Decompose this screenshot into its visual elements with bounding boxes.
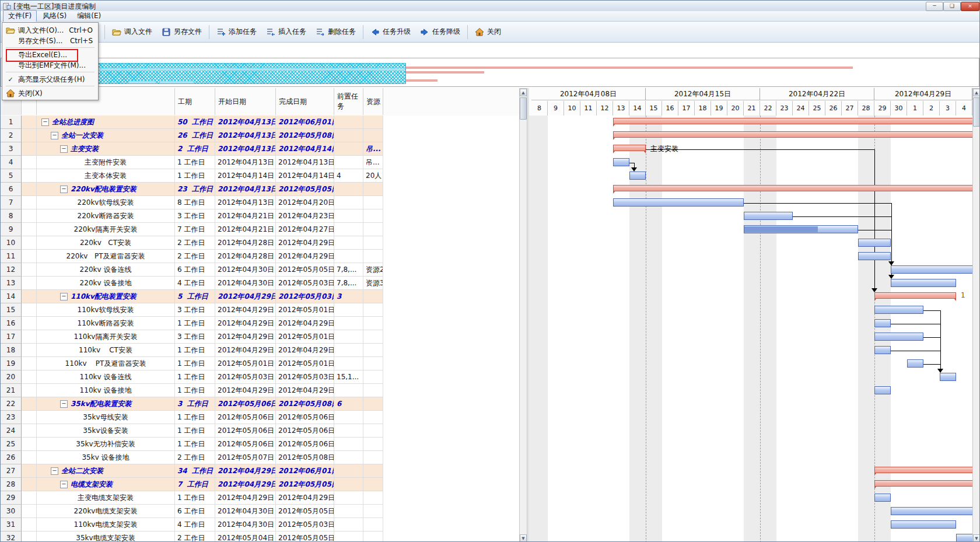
gantt-bar-task[interactable] [891,265,972,274]
table-row[interactable]: 10220kv CT安装2 工作日2012年04月28日2012年04月29日 [1,236,519,250]
gantt-scrollbar[interactable]: ▲▼ [972,88,980,542]
cell-finish: 2012年04月29日 [276,250,334,263]
table-row[interactable]: 2435kv设备安装1 工作日2012年05月06日2012年05月06日 [1,424,519,438]
gantt-bar-task[interactable] [744,212,793,220]
close-button[interactable]: 关闭 [470,25,506,39]
day-header-cell: 3 [940,101,956,116]
collapse-icon[interactable]: − [60,145,68,153]
gantt-bar-summary[interactable] [613,118,972,124]
gantt-bar-task[interactable] [613,198,744,207]
table-row[interactable]: 2335kv母线安装1 工作日2012年05月06日2012年05月06日 [1,411,519,424]
minimize-button[interactable]: ─ [926,2,943,11]
gantt-bar-summary[interactable] [874,292,956,299]
scroll-down-icon[interactable]: ▼ [973,534,980,542]
gantt-bar-task[interactable] [874,346,891,354]
add-task-button[interactable]: 添加任务 [212,25,261,39]
table-row[interactable]: 3−主变安装2 工作日2012年04月13日2012年04月14日吊... [1,142,519,156]
gantt-bar-task[interactable] [629,172,646,180]
table-row[interactable]: 14−110kv配电装置安装5 工作日2012年04月29日2012年05月03… [1,290,519,303]
table-row[interactable]: 13220kv 设备接地4 工作日2012年04月30日2012年05月03日7… [1,277,519,290]
table-row[interactable]: 2635kv 设备接地2 工作日2012年05月07日2012年05月08日 [1,451,519,464]
scroll-up-icon[interactable]: ▲ [520,89,527,96]
gantt-bar-task[interactable] [744,225,858,233]
table-row[interactable]: 22−35kv配电装置安装3 工作日2012年05月06日2012年05月08日… [1,397,519,411]
table-row[interactable]: 18110kv CT安装1 工作日2012年04月29日2012年04月29日 [1,344,519,357]
collapse-icon[interactable]: − [60,293,68,300]
menu-item-load-file[interactable]: 调入文件(O)...Ctrl+O [3,25,97,36]
gantt-bar-task[interactable] [907,359,923,368]
cell-dur: 50 工作日 [175,116,215,129]
table-row[interactable]: 16110kv断路器安装1 工作日2012年04月29日2012年04月29日 [1,317,519,330]
gantt-bar-task[interactable] [874,386,891,394]
table-row[interactable]: 27−全站二次安装34 工作日2012年04月29日2012年06月01日 [1,464,519,478]
table-row[interactable]: 21110kv 设备接地1 工作日2012年04月29日2012年04月29日 [1,384,519,397]
table-row[interactable]: 29主变电缆支架安装1 工作日2012年04月29日2012年04月29日 [1,491,519,505]
menubar-item-file[interactable]: 文件(F) [3,10,37,22]
collapse-icon[interactable]: − [60,481,68,488]
menu-item-save-as[interactable]: 另存文件(S)...Ctrl+S [3,36,97,46]
gantt-bar-summary[interactable] [874,467,972,473]
table-scrollbar[interactable]: ▲▼ [519,88,527,542]
table-row[interactable]: 12220kv 设备连线6 工作日2012年04月30日2012年05月05日7… [1,263,519,277]
collapse-icon[interactable]: − [41,118,49,126]
gantt-bar-task[interactable] [891,520,956,529]
table-row[interactable]: 8220kv断路器安装3 工作日2012年04月21日2012年04月23日 [1,209,519,223]
insert-task-button[interactable]: 插入任务 [261,25,311,39]
table-row[interactable]: 15110kv软母线安装3 工作日2012年04月29日2012年05月01日 [1,303,519,317]
gantt-bar-summary[interactable] [613,145,646,151]
table-row[interactable]: 31110kv电缆支架安装4 工作日2012年04月30日2012年05月03日 [1,518,519,531]
gantt-bar-task[interactable] [956,534,972,542]
table-row[interactable]: 7220kv软母线安装8 工作日2012年04月13日2012年04月20日 [1,196,519,209]
table-row[interactable]: 17110kv隔离开关安装3 工作日2012年04月29日2012年05月01日 [1,330,519,344]
menu-item-close[interactable]: 关闭(X) [3,88,97,99]
table-row[interactable]: 11220kv PT及避雷器安装2 工作日2012年04月28日2012年04月… [1,250,519,263]
demote-task-button[interactable]: 任务降级 [415,25,465,39]
table-row[interactable]: 5主变本体安装1 工作日2012年04月14日2012年04月14日420人 [1,169,519,183]
gantt-bar-task[interactable] [874,494,891,502]
table-row[interactable]: 2−全站一次安装26 工作日2012年04月13日2012年05月08日 [1,129,519,142]
menubar-item-network[interactable]: 风络(S) [38,11,71,22]
collapse-icon[interactable]: − [51,132,58,139]
gantt-bar-task[interactable] [858,252,891,260]
timeline-overview-band[interactable] [1,58,979,87]
scroll-down-icon[interactable]: ▼ [520,534,527,542]
gantt-bar-task[interactable] [874,319,891,327]
table-row[interactable]: 3235kv电缆支架安装2 工作日2012年05月04日2012年05月05日 [1,531,519,542]
table-row[interactable]: 20110kv 设备连线1 工作日2012年05月03日2012年05月03日1… [1,370,519,384]
gantt-bar-task[interactable] [940,373,956,381]
table-row[interactable]: 19110kv PT及避雷器安装1 工作日2012年05月01日2012年05月… [1,357,519,370]
table-row[interactable]: 6−220kv配电装置安装23 工作日2012年04月13日2012年05月05… [1,183,519,196]
save-as-button[interactable]: 另存文件 [157,25,206,39]
maximize-button[interactable]: ❏ [943,2,961,11]
gantt-bar-task[interactable] [891,279,956,287]
task-name: 主变电缆支架安装 [78,493,134,503]
table-row[interactable]: 1−全站总进度图50 工作日2012年04月13日2012年06月01日 [1,116,519,129]
scroll-thumb[interactable] [520,97,527,120]
gantt-bar-summary[interactable] [613,131,972,138]
close-button[interactable]: × [961,2,979,11]
gantt-bar-summary[interactable] [874,480,972,487]
table-row[interactable]: 4主变附件安装1 工作日2012年04月13日2012年04月13日吊... [1,156,519,169]
menu-item-highlight-parent-tasks[interactable]: ✓高亮显示父级任务(H) [3,74,97,85]
delete-task-button[interactable]: 删除任务 [311,25,360,39]
menubar-item-edit[interactable]: 编辑(E) [72,11,106,22]
table-row[interactable]: 30220kv电缆支架安装6 工作日2012年04月30日2012年05月05日 [1,505,519,518]
cell-start-value: 2012年05月06日 [218,439,274,449]
gantt-bar-task[interactable] [874,333,923,341]
cell-dur-value: 1 工作日 [177,158,205,167]
promote-task-button[interactable]: 任务升级 [366,25,415,39]
scroll-thumb[interactable] [973,97,980,127]
scroll-up-icon[interactable]: ▲ [973,89,980,96]
table-row[interactable]: 9220kv隔离开关安装7 工作日2012年04月21日2012年04月27日 [1,223,519,236]
gantt-bar-task[interactable] [858,239,891,247]
gantt-bar-task[interactable] [613,158,629,166]
gantt-bar-summary[interactable] [613,185,972,191]
load-file-button[interactable]: 调入文件 [107,25,157,39]
table-row[interactable]: 28−电缆支架安装7 工作日2012年04月29日2012年05月05日 [1,478,519,491]
gantt-bar-task[interactable] [874,306,923,314]
collapse-icon[interactable]: − [60,186,68,193]
table-row[interactable]: 2535kv无功补偿安装1 工作日2012年05月06日2012年05月06日 [1,438,519,451]
gantt-bar-task[interactable] [891,507,972,515]
collapse-icon[interactable]: − [60,400,68,408]
collapse-icon[interactable]: − [51,467,58,475]
